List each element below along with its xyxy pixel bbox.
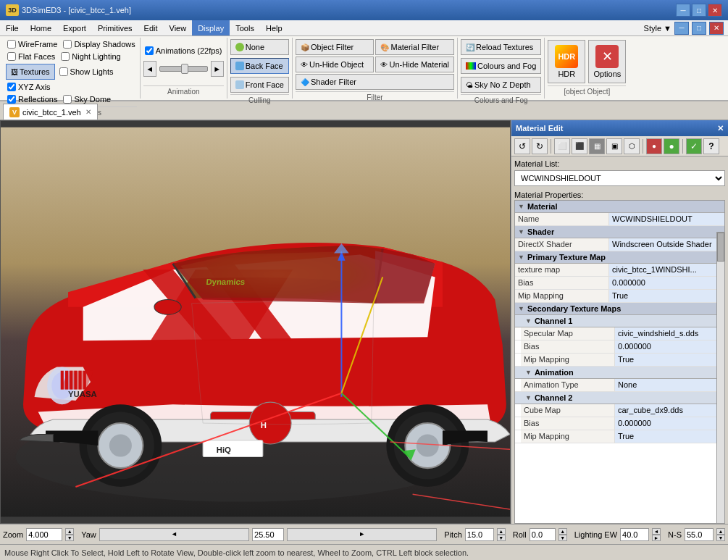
sky-no-z-depth-button[interactable]: 🌤 Sky No Z Depth xyxy=(461,77,541,93)
prop-value-anim-type[interactable]: None xyxy=(615,379,724,391)
shader-section-header[interactable]: ▼ Shader xyxy=(515,226,724,238)
lighting-ew-prev[interactable]: ◄ xyxy=(652,528,661,535)
show-lights-checkbox[interactable] xyxy=(59,67,68,76)
roll-up-arrow[interactable]: ▲ xyxy=(558,528,567,535)
textures-button[interactable]: 🖼 Textures xyxy=(6,64,55,80)
options-button[interactable]: ✕ Options xyxy=(588,40,626,83)
prop-value-specular-map[interactable]: civic_windshield_s.dds xyxy=(615,327,724,340)
mat-btn5[interactable]: ⬡ xyxy=(624,138,640,154)
mat-help-button[interactable]: ? xyxy=(703,138,719,154)
prop-value-mip2[interactable]: True xyxy=(615,354,724,366)
none-button[interactable]: None xyxy=(230,39,289,55)
channel2-section-header[interactable]: ▼ Channel 2 xyxy=(515,392,724,404)
anim-slider-thumb[interactable] xyxy=(181,64,188,74)
ns-input[interactable] xyxy=(685,528,714,541)
menu-view[interactable]: View xyxy=(164,20,193,35)
tab-close-button[interactable]: ✕ xyxy=(85,108,91,116)
mat-check-button[interactable]: ✓ xyxy=(686,138,702,154)
prop-value-bias1[interactable]: 0.000000 xyxy=(609,277,724,289)
ns-up-arrow[interactable]: ▲ xyxy=(716,528,725,535)
material-filter-button[interactable]: 🎨 Material Filter xyxy=(375,39,454,55)
front-face-button[interactable]: Front Face xyxy=(230,77,289,93)
hdr-button[interactable]: HDR HDR xyxy=(548,40,585,83)
pitch-up-arrow[interactable]: ▲ xyxy=(497,528,506,535)
menu-primitives[interactable]: Primitives xyxy=(92,20,138,35)
prop-value-name[interactable]: WCWINDSHIELDOUT xyxy=(609,213,724,225)
un-hide-material-button[interactable]: 👁 Un-Hide Material xyxy=(375,57,454,72)
menu-export[interactable]: Export xyxy=(57,20,92,35)
lighting-ew-input[interactable] xyxy=(620,528,649,541)
zoom-input[interactable] xyxy=(26,528,62,541)
menu-tools[interactable]: Tools xyxy=(230,20,260,35)
un-hide-object-button[interactable]: 👁 Un-Hide Object xyxy=(296,57,375,72)
toolbar-minimize[interactable]: ─ xyxy=(674,22,689,35)
wireframe-checkbox[interactable] xyxy=(7,40,16,49)
animation-section-header[interactable]: ▼ Animation xyxy=(515,367,724,379)
mat-redo-button[interactable]: ↻ xyxy=(532,138,548,154)
flat-faces-check[interactable]: Flat Faces xyxy=(6,51,57,62)
prop-value-directx[interactable]: Windscreen Outside Shader xyxy=(609,238,724,251)
yaw-prev-arrow[interactable]: ◄ xyxy=(99,528,249,541)
mat-btn4[interactable]: ▣ xyxy=(606,138,622,154)
menu-help[interactable]: Help xyxy=(260,20,288,35)
reflections-checkbox[interactable] xyxy=(7,95,16,104)
reflections-check[interactable]: Reflections xyxy=(6,94,59,104)
material-panel-close-button[interactable]: ✕ xyxy=(717,124,724,133)
xyz-axis-check[interactable]: XYZ Axis xyxy=(6,82,52,92)
pitch-input[interactable] xyxy=(465,528,494,541)
mat-undo-button[interactable]: ↺ xyxy=(514,138,530,154)
sky-dome-check[interactable]: Sky Dome xyxy=(62,94,112,104)
viewport[interactable]: H YUASA HiQ xyxy=(0,120,511,524)
anim-slider[interactable] xyxy=(159,66,208,72)
minimize-button[interactable]: ─ xyxy=(676,4,690,17)
mat-btn1[interactable]: ⬜ xyxy=(554,138,570,154)
sky-dome-checkbox[interactable] xyxy=(63,95,72,104)
pitch-down-arrow[interactable]: ▼ xyxy=(497,535,506,541)
show-lights-check[interactable]: Show Lights xyxy=(58,67,115,77)
yaw-input[interactable] xyxy=(252,528,284,541)
yaw-next-arrow[interactable]: ► xyxy=(287,528,437,541)
display-shadows-checkbox[interactable] xyxy=(63,40,72,49)
night-lighting-check[interactable]: Night Lighting xyxy=(59,51,122,62)
primary-texture-section-header[interactable]: ▼ Primary Texture Map xyxy=(515,251,724,264)
material-section-header[interactable]: ▼ Material xyxy=(515,201,724,213)
menu-file[interactable]: File xyxy=(0,20,25,35)
material-dropdown[interactable]: WCWINDSHIELDOUT xyxy=(514,170,725,186)
mat-btn2[interactable]: ⬛ xyxy=(572,138,587,154)
panel-scrollbar-thumb[interactable] xyxy=(717,233,724,262)
mat-btn3[interactable]: ▦ xyxy=(589,138,605,154)
channel1-section-header[interactable]: ▼ Channel 1 xyxy=(515,315,724,327)
tab-civic[interactable]: V civic_btcc_1.veh ✕ xyxy=(3,104,98,120)
panel-scrollbar[interactable] xyxy=(716,232,725,524)
prop-value-cube-map[interactable]: car_cube_dx9.dds xyxy=(615,404,724,417)
shader-filter-button[interactable]: 🔷 Shader Filter xyxy=(296,74,454,90)
roll-input[interactable] xyxy=(530,528,556,541)
toolbar-restore[interactable]: □ xyxy=(692,22,706,35)
menu-edit[interactable]: Edit xyxy=(138,20,164,35)
animations-check[interactable]: Animations (22fps) xyxy=(143,46,224,56)
mat-btn6[interactable]: ● xyxy=(646,138,662,154)
toolbar-close[interactable]: ✕ xyxy=(709,22,724,35)
menu-display[interactable]: Display xyxy=(192,20,230,35)
zoom-down-arrow[interactable]: ▼ xyxy=(65,535,74,541)
prop-value-bias3[interactable]: 0.000000 xyxy=(615,417,724,430)
lighting-ew-next[interactable]: ► xyxy=(652,535,661,541)
prop-value-mip3[interactable]: True xyxy=(615,430,724,443)
wireframe-check[interactable]: WireFrame xyxy=(6,39,59,49)
object-filter-button[interactable]: 📦 Object Filter xyxy=(296,39,375,55)
mat-btn7[interactable]: ● xyxy=(664,138,679,154)
prop-value-mip1[interactable]: True xyxy=(609,290,724,302)
menu-home[interactable]: Home xyxy=(25,20,57,35)
animations-checkbox[interactable] xyxy=(145,46,154,55)
app-close-button[interactable]: ✕ xyxy=(708,4,722,17)
flat-faces-checkbox[interactable] xyxy=(7,52,16,61)
ns-down-arrow[interactable]: ▼ xyxy=(716,535,725,541)
restore-button[interactable]: □ xyxy=(692,4,706,17)
zoom-up-arrow[interactable]: ▲ xyxy=(65,528,74,535)
night-lighting-checkbox[interactable] xyxy=(61,52,70,61)
back-face-button[interactable]: Back Face xyxy=(230,58,289,74)
reload-textures-button[interactable]: 🔄 Reload Textures xyxy=(461,39,541,55)
roll-down-arrow[interactable]: ▼ xyxy=(558,535,567,541)
display-shadows-check[interactable]: Display Shadows xyxy=(62,39,136,49)
anim-prev-button[interactable]: ◄ xyxy=(143,61,156,77)
